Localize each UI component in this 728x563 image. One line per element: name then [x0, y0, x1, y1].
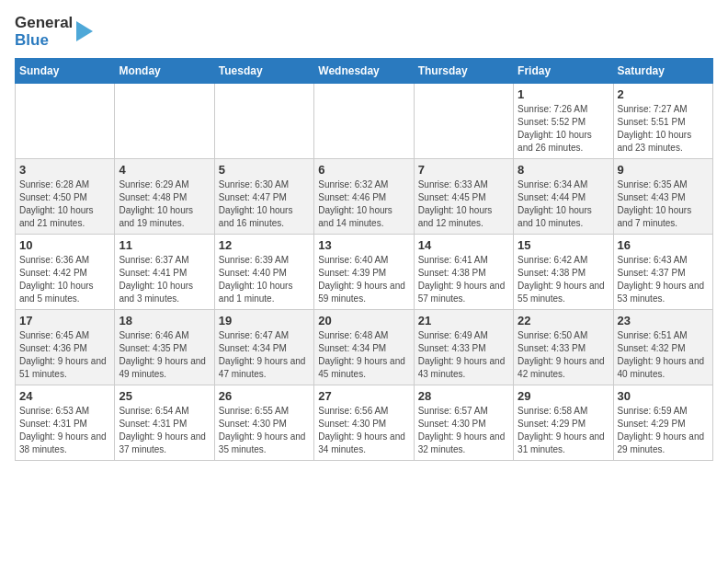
- day-info: Sunrise: 6:49 AM Sunset: 4:33 PM Dayligh…: [418, 329, 509, 381]
- day-number: 1: [518, 87, 609, 101]
- calendar-day-cell: 28Sunrise: 6:57 AM Sunset: 4:30 PM Dayli…: [414, 385, 513, 461]
- day-info: Sunrise: 6:34 AM Sunset: 4:44 PM Dayligh…: [518, 178, 609, 230]
- day-number: 26: [219, 389, 310, 403]
- calendar-day-cell: [16, 84, 115, 159]
- day-number: 23: [618, 314, 709, 327]
- calendar-day-cell: 18Sunrise: 6:46 AM Sunset: 4:35 PM Dayli…: [115, 310, 214, 385]
- calendar-week-row: 10Sunrise: 6:36 AM Sunset: 4:42 PM Dayli…: [16, 235, 713, 310]
- day-info: Sunrise: 6:45 AM Sunset: 4:36 PM Dayligh…: [19, 329, 110, 381]
- day-info: Sunrise: 6:59 AM Sunset: 4:29 PM Dayligh…: [618, 405, 709, 456]
- day-info: Sunrise: 6:42 AM Sunset: 4:38 PM Dayligh…: [518, 254, 609, 305]
- calendar-day-cell: [414, 84, 513, 159]
- calendar-day-cell: 1Sunrise: 7:26 AM Sunset: 5:52 PM Daylig…: [514, 84, 613, 159]
- calendar-day-cell: [115, 84, 214, 159]
- day-number: 19: [219, 314, 310, 327]
- day-info: Sunrise: 6:58 AM Sunset: 4:29 PM Dayligh…: [518, 405, 609, 456]
- logo-line1: General: [15, 15, 73, 32]
- weekday-header-friday: Friday: [514, 59, 613, 84]
- day-number: 13: [318, 238, 409, 252]
- day-info: Sunrise: 6:55 AM Sunset: 4:30 PM Dayligh…: [219, 405, 310, 456]
- logo: General Blue: [15, 15, 93, 49]
- weekday-header-wednesday: Wednesday: [314, 59, 414, 84]
- day-number: 18: [119, 314, 210, 327]
- day-number: 8: [518, 163, 609, 177]
- day-number: 16: [618, 238, 709, 252]
- calendar-table: SundayMondayTuesdayWednesdayThursdayFrid…: [15, 58, 713, 461]
- calendar-day-cell: 9Sunrise: 6:35 AM Sunset: 4:43 PM Daylig…: [613, 159, 712, 235]
- day-info: Sunrise: 6:40 AM Sunset: 4:39 PM Dayligh…: [318, 254, 409, 305]
- day-info: Sunrise: 7:26 AM Sunset: 5:52 PM Dayligh…: [518, 103, 609, 155]
- weekday-header-monday: Monday: [115, 59, 214, 84]
- weekday-header-tuesday: Tuesday: [214, 59, 313, 84]
- calendar-day-cell: 12Sunrise: 6:39 AM Sunset: 4:40 PM Dayli…: [214, 235, 313, 310]
- day-number: 14: [418, 238, 509, 252]
- calendar-day-cell: 24Sunrise: 6:53 AM Sunset: 4:31 PM Dayli…: [16, 385, 115, 461]
- calendar-day-cell: [214, 84, 313, 159]
- calendar-day-cell: 6Sunrise: 6:32 AM Sunset: 4:46 PM Daylig…: [314, 159, 414, 235]
- day-info: Sunrise: 7:27 AM Sunset: 5:51 PM Dayligh…: [618, 103, 709, 155]
- day-number: 24: [19, 389, 110, 403]
- day-number: 28: [418, 389, 509, 403]
- calendar-day-cell: 19Sunrise: 6:47 AM Sunset: 4:34 PM Dayli…: [214, 310, 313, 385]
- day-number: 21: [418, 314, 509, 327]
- day-number: 11: [119, 238, 210, 252]
- calendar-week-row: 17Sunrise: 6:45 AM Sunset: 4:36 PM Dayli…: [16, 310, 713, 385]
- day-info: Sunrise: 6:30 AM Sunset: 4:47 PM Dayligh…: [219, 178, 310, 230]
- day-number: 27: [318, 389, 409, 403]
- calendar-day-cell: 3Sunrise: 6:28 AM Sunset: 4:50 PM Daylig…: [16, 159, 115, 235]
- day-info: Sunrise: 6:50 AM Sunset: 4:33 PM Dayligh…: [518, 329, 609, 381]
- day-number: 7: [418, 163, 509, 177]
- day-info: Sunrise: 6:46 AM Sunset: 4:35 PM Dayligh…: [119, 329, 210, 381]
- calendar-day-cell: 29Sunrise: 6:58 AM Sunset: 4:29 PM Dayli…: [514, 385, 613, 461]
- day-number: 25: [119, 389, 210, 403]
- calendar-day-cell: 23Sunrise: 6:51 AM Sunset: 4:32 PM Dayli…: [613, 310, 712, 385]
- day-info: Sunrise: 6:43 AM Sunset: 4:37 PM Dayligh…: [618, 254, 709, 305]
- calendar-day-cell: 21Sunrise: 6:49 AM Sunset: 4:33 PM Dayli…: [414, 310, 513, 385]
- calendar-day-cell: 5Sunrise: 6:30 AM Sunset: 4:47 PM Daylig…: [214, 159, 313, 235]
- calendar-day-cell: 13Sunrise: 6:40 AM Sunset: 4:39 PM Dayli…: [314, 235, 414, 310]
- calendar-week-row: 24Sunrise: 6:53 AM Sunset: 4:31 PM Dayli…: [16, 385, 713, 461]
- calendar-day-cell: 20Sunrise: 6:48 AM Sunset: 4:34 PM Dayli…: [314, 310, 414, 385]
- day-info: Sunrise: 6:29 AM Sunset: 4:48 PM Dayligh…: [119, 178, 210, 230]
- calendar-week-row: 1Sunrise: 7:26 AM Sunset: 5:52 PM Daylig…: [16, 84, 713, 159]
- day-info: Sunrise: 6:53 AM Sunset: 4:31 PM Dayligh…: [19, 405, 110, 456]
- day-number: 29: [518, 389, 609, 403]
- weekday-header-row: SundayMondayTuesdayWednesdayThursdayFrid…: [16, 59, 713, 84]
- calendar-day-cell: 7Sunrise: 6:33 AM Sunset: 4:45 PM Daylig…: [414, 159, 513, 235]
- calendar-day-cell: 26Sunrise: 6:55 AM Sunset: 4:30 PM Dayli…: [214, 385, 313, 461]
- calendar-day-cell: 2Sunrise: 7:27 AM Sunset: 5:51 PM Daylig…: [613, 84, 712, 159]
- day-number: 5: [219, 163, 310, 177]
- day-number: 22: [518, 314, 609, 327]
- day-number: 10: [19, 238, 110, 252]
- calendar-week-row: 3Sunrise: 6:28 AM Sunset: 4:50 PM Daylig…: [16, 159, 713, 235]
- logo-arrow-icon: [76, 21, 93, 45]
- day-number: 3: [19, 163, 110, 177]
- calendar-day-cell: [314, 84, 414, 159]
- calendar-day-cell: 14Sunrise: 6:41 AM Sunset: 4:38 PM Dayli…: [414, 235, 513, 310]
- day-info: Sunrise: 6:47 AM Sunset: 4:34 PM Dayligh…: [219, 329, 310, 381]
- calendar-day-cell: 27Sunrise: 6:56 AM Sunset: 4:30 PM Dayli…: [314, 385, 414, 461]
- day-info: Sunrise: 6:41 AM Sunset: 4:38 PM Dayligh…: [418, 254, 509, 305]
- logo-text-block: General Blue: [15, 15, 93, 49]
- weekday-header-thursday: Thursday: [414, 59, 513, 84]
- day-info: Sunrise: 6:48 AM Sunset: 4:34 PM Dayligh…: [318, 329, 409, 381]
- calendar-day-cell: 25Sunrise: 6:54 AM Sunset: 4:31 PM Dayli…: [115, 385, 214, 461]
- day-number: 12: [219, 238, 310, 252]
- day-number: 30: [618, 389, 709, 403]
- calendar-day-cell: 15Sunrise: 6:42 AM Sunset: 4:38 PM Dayli…: [514, 235, 613, 310]
- calendar-day-cell: 11Sunrise: 6:37 AM Sunset: 4:41 PM Dayli…: [115, 235, 214, 310]
- weekday-header-saturday: Saturday: [613, 59, 712, 84]
- day-number: 9: [618, 163, 709, 177]
- day-info: Sunrise: 6:33 AM Sunset: 4:45 PM Dayligh…: [418, 178, 509, 230]
- day-number: 20: [318, 314, 409, 327]
- calendar-day-cell: 17Sunrise: 6:45 AM Sunset: 4:36 PM Dayli…: [16, 310, 115, 385]
- day-info: Sunrise: 6:28 AM Sunset: 4:50 PM Dayligh…: [19, 178, 110, 230]
- day-number: 4: [119, 163, 210, 177]
- logo-line2: Blue: [15, 32, 73, 50]
- day-info: Sunrise: 6:37 AM Sunset: 4:41 PM Dayligh…: [119, 254, 210, 305]
- calendar-day-cell: 10Sunrise: 6:36 AM Sunset: 4:42 PM Dayli…: [16, 235, 115, 310]
- svg-marker-0: [76, 21, 93, 41]
- calendar-day-cell: 16Sunrise: 6:43 AM Sunset: 4:37 PM Dayli…: [613, 235, 712, 310]
- calendar-day-cell: 30Sunrise: 6:59 AM Sunset: 4:29 PM Dayli…: [613, 385, 712, 461]
- day-number: 15: [518, 238, 609, 252]
